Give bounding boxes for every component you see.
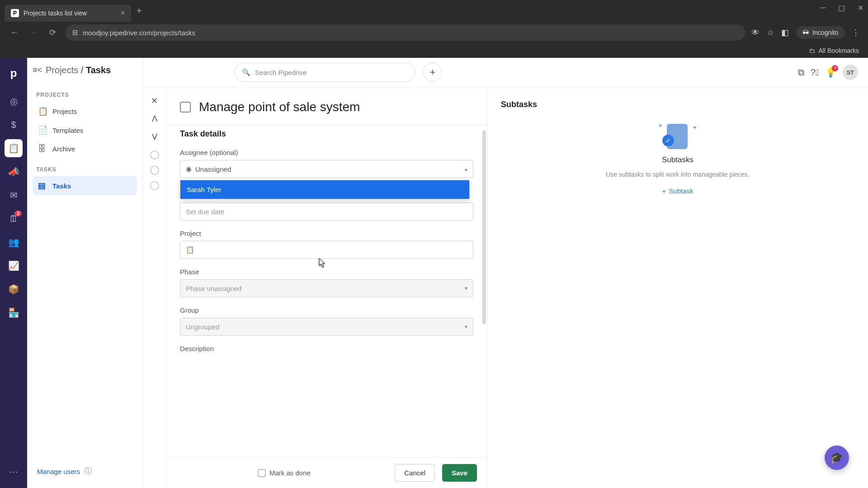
- task-header: Manage point of sale system: [166, 87, 487, 125]
- assignee-select[interactable]: ◉ Unassigned ▴: [180, 160, 473, 178]
- rail-item-focus[interactable]: ◎: [5, 92, 23, 110]
- rail-item-mail[interactable]: ✉: [5, 186, 23, 204]
- search-icon: 🔍: [242, 68, 250, 76]
- close-icon[interactable]: ×: [121, 9, 125, 17]
- rail-item-insights[interactable]: 📈: [5, 257, 23, 275]
- window-controls: ─ ▢ ✕: [821, 4, 863, 12]
- sidebar-section-tasks: TASKS: [36, 166, 133, 173]
- sidebar-item-templates[interactable]: 📄 Templates: [33, 121, 137, 140]
- add-button[interactable]: +: [423, 63, 442, 82]
- star-icon[interactable]: ☆: [767, 28, 774, 38]
- group-select[interactable]: Ungrouped ▾: [180, 318, 473, 336]
- url-text: moodjoy.pipedrive.com/projects/tasks: [83, 29, 195, 37]
- task-body[interactable]: Task details Assignee (optional) ◉ Unass…: [166, 125, 487, 457]
- sidebar-item-tasks[interactable]: ▤ Tasks: [33, 176, 137, 195]
- subtasks-panel: Subtasks ✦ ✓ ✦ Subtasks Use subtasks to …: [487, 87, 868, 488]
- panel-strip: ✕ ᐱ ᐯ: [143, 87, 166, 488]
- close-panel-icon[interactable]: ✕: [147, 94, 162, 108]
- rail-item-more[interactable]: ⋯: [5, 463, 23, 481]
- extensions-icon[interactable]: ⧉: [798, 67, 804, 78]
- field-group: Group Ungrouped ▾: [180, 306, 473, 336]
- group-label: Group: [180, 306, 473, 314]
- subtasks-empty-state: ✦ ✓ ✦ Subtasks Use subtasks to split wor…: [501, 122, 854, 195]
- site-settings-icon[interactable]: ⊟: [72, 28, 78, 37]
- favicon: P: [11, 9, 19, 17]
- browser-chrome: P Projects tasks list view × + ─ ▢ ✕ ← →…: [0, 0, 868, 58]
- phase-select[interactable]: Phase unassigned ▾: [180, 279, 473, 297]
- rail-item-contacts[interactable]: 👥: [5, 233, 23, 251]
- task-details-heading: Task details: [180, 129, 473, 139]
- subtasks-heading: Subtasks: [501, 100, 854, 109]
- plus-icon: +: [662, 187, 666, 195]
- save-button[interactable]: Save: [442, 464, 477, 482]
- sidebar-item-archive[interactable]: 🗄 Archive: [33, 140, 137, 158]
- scrollbar[interactable]: [482, 130, 486, 324]
- search-input[interactable]: 🔍 Search Pipedrive: [234, 63, 415, 82]
- add-subtask-button[interactable]: + Subtask: [662, 187, 693, 195]
- close-window-icon[interactable]: ✕: [858, 4, 863, 12]
- mark-done-checkbox[interactable]: Mark as done: [258, 469, 311, 477]
- cancel-button[interactable]: Cancel: [395, 464, 435, 482]
- file-icon: 📄: [38, 125, 47, 135]
- app-logo[interactable]: p: [10, 63, 17, 87]
- caret-down-icon: ▾: [465, 285, 467, 291]
- browser-tab[interactable]: P Projects tasks list view ×: [5, 5, 131, 22]
- sidebar-item-label: Projects: [52, 108, 77, 115]
- assignee-option[interactable]: Sarah Tyler: [180, 180, 469, 199]
- checkbox-icon: [258, 469, 266, 477]
- rail-item-projects[interactable]: 📋: [5, 139, 23, 157]
- rail-item-campaigns[interactable]: 📣: [5, 163, 23, 181]
- side-panel-icon[interactable]: ◧: [781, 28, 789, 38]
- project-select[interactable]: 📋: [180, 241, 473, 259]
- collapse-sidebar-icon[interactable]: ≡<: [33, 66, 42, 75]
- rail-item-activities[interactable]: 🗓2: [5, 210, 23, 228]
- sidebar-item-projects[interactable]: 📋 Projects: [33, 102, 137, 121]
- cursor-pointer-icon: [316, 258, 326, 268]
- task-title[interactable]: Manage point of sale system: [199, 100, 360, 114]
- task-checkbox[interactable]: [180, 102, 191, 113]
- breadcrumb: Projects / Tasks: [46, 65, 111, 75]
- field-description: Description: [180, 345, 473, 352]
- incognito-indicator[interactable]: 🕶 Incognito: [796, 26, 844, 39]
- rail-item-deals[interactable]: $: [5, 116, 23, 134]
- sidebar-item-label: Archive: [52, 145, 75, 153]
- phase-value: Phase unassigned: [186, 285, 241, 292]
- next-task-icon[interactable]: ᐯ: [147, 130, 162, 144]
- rail-item-marketplace[interactable]: 🏪: [5, 304, 23, 322]
- reload-icon[interactable]: ⟳: [46, 28, 59, 38]
- task-list-circle[interactable]: [150, 181, 159, 190]
- breadcrumb-parent[interactable]: Projects: [46, 65, 78, 75]
- caret-down-icon: ▾: [465, 324, 467, 330]
- due-date-input[interactable]: Set due date: [180, 202, 473, 221]
- eye-off-icon[interactable]: 👁: [751, 28, 760, 38]
- sidebar-item-label: Templates: [52, 127, 83, 134]
- content-area: 🔍 Search Pipedrive + ⧉ ?⃝ 💡? ST ✕ ᐱ ᐯ: [143, 58, 868, 488]
- nav-rail: p ◎ $ 📋 📣 ✉ 🗓2 👥 📈 📦 🏪 ⋯: [0, 58, 27, 488]
- breadcrumb-current: Tasks: [86, 65, 111, 75]
- tab-title: Projects tasks list view: [24, 9, 116, 17]
- help-icon[interactable]: ?⃝: [811, 67, 819, 78]
- info-icon[interactable]: ⓘ: [85, 467, 92, 476]
- url-field[interactable]: ⊟ moodjoy.pipedrive.com/projects/tasks: [65, 24, 745, 41]
- task-main: Manage point of sale system Task details…: [166, 87, 487, 488]
- kebab-icon[interactable]: ⋮: [852, 28, 860, 38]
- user-icon: ◉: [186, 165, 192, 173]
- app-root: p ◎ $ 📋 📣 ✉ 🗓2 👥 📈 📦 🏪 ⋯ ≡< Projects / T…: [0, 58, 868, 488]
- prev-task-icon[interactable]: ᐱ: [147, 112, 162, 126]
- maximize-icon[interactable]: ▢: [838, 4, 845, 12]
- back-icon[interactable]: ←: [8, 28, 21, 38]
- task-list-circle[interactable]: [150, 150, 159, 160]
- minimize-icon[interactable]: ─: [821, 4, 826, 12]
- new-tab-button[interactable]: +: [137, 6, 142, 16]
- field-phase: Phase Phase unassigned ▾: [180, 268, 473, 297]
- clipboard-icon: 📋: [38, 106, 47, 116]
- tips-icon[interactable]: 💡?: [825, 67, 836, 78]
- all-bookmarks-link[interactable]: 🗀 All Bookmarks: [809, 47, 859, 54]
- manage-users-link[interactable]: Manage users: [37, 468, 80, 475]
- rail-item-products[interactable]: 📦: [5, 280, 23, 298]
- task-list-circle[interactable]: [150, 166, 159, 175]
- help-fab[interactable]: 🎓: [825, 446, 849, 470]
- sidebar-item-label: Tasks: [52, 182, 71, 190]
- avatar[interactable]: ST: [843, 65, 858, 80]
- field-assignee: Assignee (optional) ◉ Unassigned ▴: [180, 149, 473, 178]
